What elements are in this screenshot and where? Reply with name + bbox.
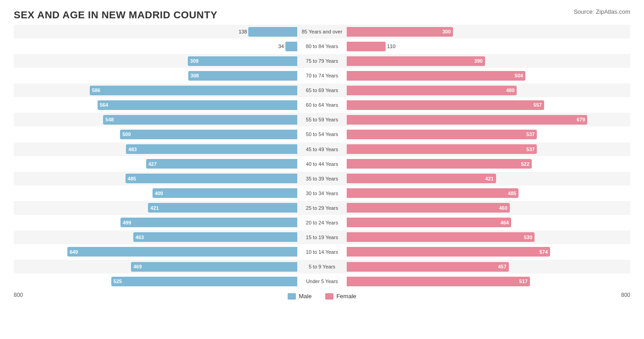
left-side: 427 [14, 157, 297, 171]
female-bar: 504 [347, 71, 525, 81]
male-bar: 485 [126, 174, 297, 183]
male-bar: 483 [126, 144, 297, 154]
left-side: 500 [14, 127, 297, 141]
age-label: 30 to 34 Years [297, 191, 347, 196]
female-bar: 300 [347, 27, 453, 37]
bar-row: 308 70 to 74 Years 504 [14, 69, 630, 82]
female-bar: 480 [347, 86, 517, 95]
right-side: 390 [347, 54, 630, 68]
bar-row-inner: 421 25 to 29 Years 460 [14, 201, 630, 215]
legend-female: Female [325, 293, 356, 300]
female-value: 537 [526, 147, 535, 152]
bar-row-inner: 649 10 to 14 Years 574 [14, 245, 630, 259]
left-side: 586 [14, 83, 297, 97]
left-side: 483 [14, 142, 297, 156]
right-side: 110 [347, 39, 630, 53]
male-value: 309 [190, 58, 198, 64]
bar-row: 586 65 to 69 Years 480 [14, 83, 630, 97]
female-value: 480 [506, 87, 514, 93]
left-side: 499 [14, 216, 297, 230]
bar-row-inner: 525 Under 5 Years 517 [14, 274, 630, 288]
chart-area: 138 85 Years and over 300 34 80 to 84 Ye… [14, 25, 630, 304]
right-side: 460 [347, 201, 630, 215]
male-value: 564 [100, 102, 108, 108]
male-bar: 548 [103, 115, 297, 125]
female-value: 537 [526, 131, 535, 137]
female-value: 679 [577, 117, 585, 122]
right-side: 679 [347, 113, 630, 126]
female-value: 530 [524, 235, 532, 240]
male-value: 500 [122, 131, 131, 137]
female-bar: 557 [347, 100, 544, 110]
bar-row-inner: 309 75 to 79 Years 390 [14, 54, 630, 68]
axis-right: 800 [621, 292, 630, 298]
age-label: 45 to 49 Years [297, 147, 347, 152]
male-bar: 409 [153, 188, 298, 198]
bar-row: 525 Under 5 Years 517 [14, 274, 630, 288]
female-value: 460 [499, 205, 507, 211]
male-bar: 427 [146, 159, 297, 169]
chart-title: SEX AND AGE IN NEW MADRID COUNTY [14, 9, 630, 21]
female-bar: 464 [347, 218, 511, 227]
female-bar: 421 [347, 174, 496, 183]
bar-row: 309 75 to 79 Years 390 [14, 54, 630, 68]
female-value: 574 [540, 249, 548, 255]
male-value: 525 [114, 279, 122, 284]
female-value: 464 [501, 220, 509, 225]
age-label: 85 Years and over [297, 29, 347, 34]
bar-row-inner: 485 35 to 39 Years 421 [14, 172, 630, 186]
left-side: 34 [14, 39, 297, 53]
bar-row-inner: 548 55 to 59 Years 679 [14, 113, 630, 126]
female-bar: 522 [347, 159, 532, 169]
bar-row: 409 30 to 34 Years 485 [14, 186, 630, 200]
right-side: 537 [347, 127, 630, 141]
male-value: 427 [148, 161, 157, 167]
male-value: 499 [123, 220, 131, 225]
bar-row-inner: 427 40 to 44 Years 522 [14, 157, 630, 171]
female-bar: 457 [347, 262, 509, 272]
male-value: 421 [150, 205, 158, 211]
bar-row: 427 40 to 44 Years 522 [14, 157, 630, 171]
male-value: 483 [128, 147, 136, 152]
age-label: 55 to 59 Years [297, 117, 347, 122]
age-label: 70 to 74 Years [297, 73, 347, 78]
male-value: 138 [239, 29, 247, 34]
bar-row: 649 10 to 14 Years 574 [14, 245, 630, 259]
legend-male-box [288, 293, 296, 300]
bar-row: 499 20 to 24 Years 464 [14, 216, 630, 230]
male-bar: 421 [148, 203, 297, 213]
female-bar: 110 [347, 42, 386, 51]
right-side: 457 [347, 260, 630, 273]
female-value: 110 [387, 44, 395, 49]
male-value: 463 [136, 235, 144, 240]
male-bar: 500 [120, 130, 297, 139]
age-label: 60 to 64 Years [297, 102, 347, 108]
bar-row-inner: 308 70 to 74 Years 504 [14, 69, 630, 82]
female-value: 504 [515, 73, 523, 78]
left-side: 309 [14, 54, 297, 68]
right-side: 300 [347, 25, 630, 38]
male-bar: 309 [188, 56, 297, 66]
male-bar: 34 [285, 42, 297, 51]
right-side: 574 [347, 245, 630, 259]
age-label: 20 to 24 Years [297, 220, 347, 225]
right-side: 504 [347, 69, 630, 82]
bar-row: 138 85 Years and over 300 [14, 25, 630, 38]
age-label: 25 to 29 Years [297, 205, 347, 211]
bar-row-inner: 500 50 to 54 Years 537 [14, 127, 630, 141]
rows-container: 138 85 Years and over 300 34 80 to 84 Ye… [14, 25, 630, 288]
left-side: 525 [14, 274, 297, 288]
chart-container: SEX AND AGE IN NEW MADRID COUNTY Source:… [0, 0, 644, 339]
left-side: 485 [14, 172, 297, 186]
bar-row: 463 15 to 19 Years 530 [14, 230, 630, 244]
male-value: 485 [128, 176, 136, 181]
male-bar: 463 [133, 232, 297, 242]
right-side: 522 [347, 157, 630, 171]
female-bar: 530 [347, 232, 535, 242]
left-side: 564 [14, 98, 297, 112]
female-bar: 390 [347, 56, 485, 66]
male-value: 409 [155, 191, 163, 196]
bar-row-inner: 483 45 to 49 Years 537 [14, 142, 630, 156]
bar-row: 483 45 to 49 Years 537 [14, 142, 630, 156]
male-bar: 469 [131, 262, 297, 272]
